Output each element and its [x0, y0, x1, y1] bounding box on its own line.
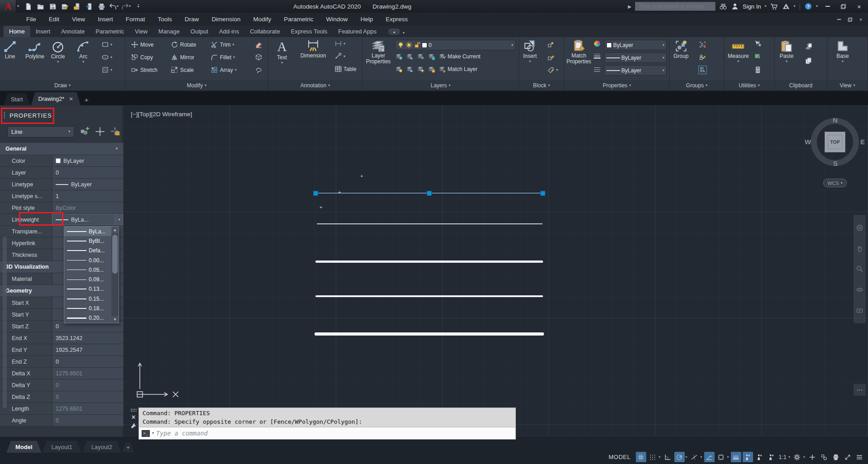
annotation-scale-button[interactable]: 1:1 [778, 454, 787, 460]
line-object[interactable] [315, 332, 544, 336]
lineweight-option-018[interactable]: 0.18... [64, 303, 111, 313]
file-tab-start[interactable]: Start [4, 93, 30, 105]
snap-toggle[interactable] [648, 452, 658, 462]
property-value[interactable]: ByLayer [52, 155, 123, 166]
arc-button[interactable]: Arc▾ [76, 40, 91, 64]
ribbon-collapse-caret-icon[interactable]: ▾ [403, 31, 405, 35]
lineweight-option-000[interactable]: 0.00... [64, 256, 111, 265]
layout-tab-layout1[interactable]: Layout1 [43, 441, 81, 453]
model-space-button[interactable]: MODEL [609, 454, 631, 460]
menu-item-draw[interactable]: Draw [178, 13, 205, 26]
annotation-scale-caret-icon[interactable]: ▾ [788, 455, 790, 459]
dropdown-caret-icon[interactable]: ▾ [82, 60, 84, 64]
rectangle-button[interactable]: ▾ [101, 41, 112, 48]
minimize-button[interactable] [821, 0, 834, 12]
command-drag-handle[interactable] [130, 408, 137, 412]
dropdown-caret-icon[interactable]: ▾ [281, 61, 283, 65]
cart-icon[interactable] [770, 2, 778, 10]
layers-lock-teal-button[interactable] [428, 52, 435, 60]
dropdown-caret-icon[interactable]: ▾ [110, 56, 112, 59]
menu-item-help[interactable]: Help [354, 13, 379, 26]
file-tab-drawing2[interactable]: Drawing2*✕ [31, 92, 81, 105]
property-value[interactable]: ByLa...▾ [52, 214, 123, 225]
dropdown-caret-icon[interactable]: ▾ [110, 68, 112, 72]
doc-close-button[interactable]: × [856, 15, 865, 24]
panel-properties-label[interactable]: Properties▾ [564, 80, 669, 90]
dropdown-caret-icon[interactable]: ▾ [663, 69, 664, 72]
annotation-visibility-toggle[interactable] [743, 452, 753, 462]
lineweight-option-005[interactable]: 0.05... [64, 265, 111, 275]
menu-item-window[interactable]: Window [320, 13, 354, 26]
workspace-switching-caret-icon[interactable]: ▾ [803, 455, 805, 459]
create-block-button[interactable] [547, 41, 555, 48]
menu-item-edit[interactable]: Edit [43, 13, 66, 26]
define-attributes-button[interactable]: ▾ [547, 66, 558, 74]
menu-item-modify[interactable]: Modify [247, 13, 277, 26]
ribbon-tab-manage[interactable]: Manage [153, 26, 185, 37]
polar-toggle[interactable] [674, 452, 685, 462]
property-value[interactable]: 1925.2547 [52, 344, 123, 355]
dropdown-caret-icon[interactable]: ▾ [205, 84, 206, 87]
paste-button[interactable]: Paste▾ [779, 39, 794, 63]
panel-view-label[interactable]: View▾ [827, 80, 868, 90]
object-type-select[interactable]: Line▾ [7, 126, 74, 137]
line-object[interactable] [315, 260, 543, 263]
dropdown-caret-icon[interactable]: ▾ [663, 43, 664, 47]
insert-button[interactable]: Insert▾ [523, 39, 537, 63]
dropdown-caret-icon[interactable]: ▾ [110, 43, 112, 47]
copy-clip-button[interactable] [805, 57, 812, 65]
dropdown-caret-icon[interactable]: ▾ [758, 84, 760, 87]
app-menu-caret-icon[interactable]: ▾ [17, 5, 19, 8]
help-caret-icon[interactable]: ▾ [816, 5, 818, 8]
lineweight-option-013[interactable]: 0.13... [64, 284, 111, 294]
toggle-pickadd-icon[interactable] [80, 127, 90, 137]
dropdown-caret-icon[interactable]: ▾ [706, 84, 707, 87]
layers-bulb-yellow-2-button[interactable] [395, 65, 403, 73]
navbar-more[interactable] [854, 384, 866, 396]
dropdown-caret-icon[interactable]: ▾ [548, 84, 550, 87]
dropdown-caret-icon[interactable]: ▾ [117, 5, 119, 8]
panel-modify-label[interactable]: Modify▾ [125, 80, 268, 90]
layers-bulb-cyan-button[interactable] [395, 52, 403, 60]
offset-button[interactable] [255, 66, 262, 74]
zoom-icon[interactable] [856, 265, 863, 273]
isodraft-caret-icon[interactable]: ▾ [701, 455, 702, 459]
explode-button[interactable] [255, 53, 262, 61]
polyline-button[interactable]: Polyline [25, 40, 44, 60]
help-icon[interactable]: ? [804, 2, 812, 10]
panel-groups-label[interactable]: Groups▾ [670, 80, 724, 90]
redo-button[interactable]: ▾ [120, 1, 132, 12]
isodraft-toggle[interactable] [689, 452, 700, 462]
menu-item-insert[interactable]: Insert [91, 13, 119, 26]
showmotion-icon[interactable] [856, 307, 863, 314]
layers-sun-2-button[interactable] [417, 65, 424, 73]
menu-item-format[interactable]: Format [119, 13, 152, 26]
panel-draw-label[interactable]: Draw▾ [0, 80, 125, 90]
group-edit-button[interactable] [699, 53, 706, 61]
autodesk-logo-icon[interactable] [782, 2, 790, 10]
dropdown-caret-icon[interactable]: ▾ [129, 5, 131, 8]
text-button[interactable]: AText▾ [275, 39, 289, 65]
viewport-controls[interactable]: [−][Top][2D Wireframe] [131, 111, 192, 118]
measure-button[interactable]: Measure▾ [728, 39, 749, 63]
polar-caret-icon[interactable]: ▾ [686, 455, 687, 459]
viewcube-south[interactable]: S [833, 160, 838, 167]
clean-screen-button[interactable] [842, 452, 853, 462]
quick-select-icon[interactable] [110, 127, 120, 137]
wrench-icon[interactable] [131, 423, 137, 429]
restore-button[interactable] [837, 0, 849, 12]
table-button[interactable]: Table [334, 65, 357, 73]
ribbon-tab-home[interactable]: Home [4, 26, 30, 37]
dropdown-caret-icon[interactable]: ▾ [343, 42, 345, 46]
dropdown-caret-icon[interactable]: ▾ [116, 147, 118, 151]
menu-item-file[interactable]: File [20, 13, 43, 26]
command-input[interactable]: Type a command [156, 430, 208, 437]
match-layer-button[interactable]: Match Layer [439, 65, 477, 73]
lineweight-option-ByLa[interactable]: ByLa... [64, 227, 111, 236]
menu-item-parametric[interactable]: Parametric [277, 13, 320, 26]
property-value[interactable]: 1 [52, 190, 123, 202]
ribbon-tab-add-ins[interactable]: Add-ins [214, 26, 244, 37]
layers-freeze-button[interactable] [417, 52, 424, 60]
qat-customize-button[interactable]: ▾ [133, 1, 144, 12]
search-input[interactable] [635, 2, 715, 11]
